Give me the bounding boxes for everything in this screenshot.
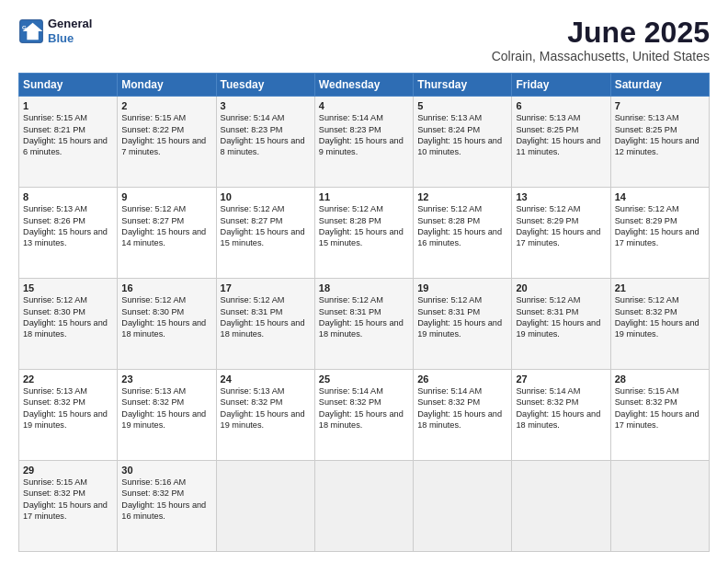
calendar-cell: 9Sunrise: 5:12 AMSunset: 8:27 PMDaylight…: [118, 188, 216, 279]
calendar-cell: 15Sunrise: 5:12 AMSunset: 8:30 PMDayligh…: [19, 279, 118, 370]
logo-line2: Blue: [48, 31, 92, 46]
calendar-cell: 26Sunrise: 5:14 AMSunset: 8:32 PMDayligh…: [414, 370, 512, 461]
cell-text: Sunrise: 5:15 AMSunset: 8:32 PMDaylight:…: [23, 477, 108, 521]
cell-text: Sunrise: 5:12 AMSunset: 8:31 PMDaylight:…: [221, 295, 305, 339]
calendar-week-4: 22Sunrise: 5:13 AMSunset: 8:32 PMDayligh…: [19, 370, 710, 461]
col-sunday: Sunday: [19, 74, 118, 97]
calendar-cell: 8Sunrise: 5:13 AMSunset: 8:26 PMDaylight…: [19, 188, 118, 279]
cell-text: Sunrise: 5:12 AMSunset: 8:29 PMDaylight:…: [516, 204, 600, 247]
calendar-cell: 13Sunrise: 5:12 AMSunset: 8:29 PMDayligh…: [512, 188, 610, 279]
calendar-cell: 19Sunrise: 5:12 AMSunset: 8:31 PMDayligh…: [414, 279, 512, 370]
cell-text: Sunrise: 5:13 AMSunset: 8:25 PMDaylight:…: [615, 113, 700, 156]
calendar-cell: 25Sunrise: 5:14 AMSunset: 8:32 PMDayligh…: [314, 370, 413, 461]
day-number: 4: [319, 100, 409, 111]
day-number: 27: [516, 373, 606, 385]
day-number: 5: [417, 100, 507, 111]
cell-text: Sunrise: 5:14 AMSunset: 8:23 PMDaylight:…: [319, 113, 404, 156]
svg-text:G: G: [22, 24, 27, 30]
cell-text: Sunrise: 5:12 AMSunset: 8:31 PMDaylight:…: [417, 295, 502, 339]
calendar-cell: [414, 461, 512, 552]
cell-text: Sunrise: 5:15 AMSunset: 8:22 PMDaylight:…: [121, 113, 206, 156]
logo-text: General Blue: [48, 17, 92, 45]
day-number: 8: [23, 191, 113, 202]
title-area: June 2025 Colrain, Massachusetts, United…: [492, 17, 710, 63]
calendar-cell: 24Sunrise: 5:13 AMSunset: 8:32 PMDayligh…: [216, 370, 314, 461]
day-number: 7: [615, 100, 705, 111]
cell-text: Sunrise: 5:12 AMSunset: 8:29 PMDaylight:…: [615, 204, 700, 247]
calendar-cell: 4Sunrise: 5:14 AMSunset: 8:23 PMDaylight…: [314, 97, 413, 188]
col-saturday: Saturday: [610, 74, 709, 97]
cell-text: Sunrise: 5:12 AMSunset: 8:32 PMDaylight:…: [615, 295, 700, 339]
calendar-cell: 29Sunrise: 5:15 AMSunset: 8:32 PMDayligh…: [19, 461, 118, 552]
cell-text: Sunrise: 5:12 AMSunset: 8:31 PMDaylight:…: [516, 295, 600, 339]
cell-text: Sunrise: 5:12 AMSunset: 8:28 PMDaylight:…: [319, 204, 404, 247]
subtitle: Colrain, Massachusetts, United States: [492, 49, 710, 63]
cell-text: Sunrise: 5:15 AMSunset: 8:21 PMDaylight:…: [23, 113, 108, 156]
calendar-cell: 22Sunrise: 5:13 AMSunset: 8:32 PMDayligh…: [19, 370, 118, 461]
day-number: 18: [319, 282, 409, 293]
day-number: 15: [23, 282, 113, 293]
calendar-cell: 16Sunrise: 5:12 AMSunset: 8:30 PMDayligh…: [118, 279, 216, 370]
day-number: 14: [615, 191, 705, 202]
col-wednesday: Wednesday: [314, 74, 413, 97]
day-number: 25: [319, 373, 409, 385]
calendar-cell: 18Sunrise: 5:12 AMSunset: 8:31 PMDayligh…: [314, 279, 413, 370]
col-tuesday: Tuesday: [216, 74, 314, 97]
day-number: 26: [417, 373, 507, 385]
calendar: Sunday Monday Tuesday Wednesday Thursday…: [18, 73, 710, 552]
logo-icon: G: [18, 18, 44, 44]
calendar-cell: 30Sunrise: 5:16 AMSunset: 8:32 PMDayligh…: [118, 461, 216, 552]
cell-text: Sunrise: 5:13 AMSunset: 8:25 PMDaylight:…: [516, 113, 600, 156]
day-number: 24: [221, 373, 311, 385]
calendar-cell: 27Sunrise: 5:14 AMSunset: 8:32 PMDayligh…: [512, 370, 610, 461]
main-title: June 2025: [492, 17, 710, 49]
calendar-cell: 5Sunrise: 5:13 AMSunset: 8:24 PMDaylight…: [414, 97, 512, 188]
cell-text: Sunrise: 5:13 AMSunset: 8:32 PMDaylight:…: [221, 386, 305, 430]
col-thursday: Thursday: [414, 74, 512, 97]
cell-text: Sunrise: 5:13 AMSunset: 8:26 PMDaylight:…: [23, 204, 108, 247]
day-number: 3: [221, 100, 311, 111]
calendar-cell: 2Sunrise: 5:15 AMSunset: 8:22 PMDaylight…: [118, 97, 216, 188]
day-number: 21: [615, 282, 705, 293]
day-number: 6: [516, 100, 606, 111]
calendar-cell: [216, 461, 314, 552]
calendar-header-row: Sunday Monday Tuesday Wednesday Thursday…: [19, 74, 710, 97]
day-number: 23: [121, 373, 211, 385]
calendar-cell: 1Sunrise: 5:15 AMSunset: 8:21 PMDaylight…: [19, 97, 118, 188]
calendar-cell: [314, 461, 413, 552]
calendar-week-3: 15Sunrise: 5:12 AMSunset: 8:30 PMDayligh…: [19, 279, 710, 370]
cell-text: Sunrise: 5:12 AMSunset: 8:30 PMDaylight:…: [121, 295, 206, 339]
day-number: 30: [121, 465, 211, 476]
col-monday: Monday: [118, 74, 216, 97]
calendar-week-5: 29Sunrise: 5:15 AMSunset: 8:32 PMDayligh…: [19, 461, 710, 552]
cell-text: Sunrise: 5:14 AMSunset: 8:32 PMDaylight:…: [417, 386, 502, 430]
calendar-cell: 12Sunrise: 5:12 AMSunset: 8:28 PMDayligh…: [414, 188, 512, 279]
calendar-cell: 28Sunrise: 5:15 AMSunset: 8:32 PMDayligh…: [610, 370, 709, 461]
day-number: 22: [23, 373, 113, 385]
day-number: 12: [417, 191, 507, 202]
cell-text: Sunrise: 5:12 AMSunset: 8:27 PMDaylight:…: [121, 204, 206, 247]
day-number: 17: [221, 282, 311, 293]
calendar-cell: 23Sunrise: 5:13 AMSunset: 8:32 PMDayligh…: [118, 370, 216, 461]
calendar-cell: [512, 461, 610, 552]
cell-text: Sunrise: 5:12 AMSunset: 8:27 PMDaylight:…: [221, 204, 305, 247]
calendar-cell: 21Sunrise: 5:12 AMSunset: 8:32 PMDayligh…: [610, 279, 709, 370]
day-number: 19: [417, 282, 507, 293]
calendar-cell: 3Sunrise: 5:14 AMSunset: 8:23 PMDaylight…: [216, 97, 314, 188]
day-number: 29: [23, 465, 113, 476]
calendar-cell: 10Sunrise: 5:12 AMSunset: 8:27 PMDayligh…: [216, 188, 314, 279]
calendar-cell: 17Sunrise: 5:12 AMSunset: 8:31 PMDayligh…: [216, 279, 314, 370]
calendar-week-2: 8Sunrise: 5:13 AMSunset: 8:26 PMDaylight…: [19, 188, 710, 279]
cell-text: Sunrise: 5:12 AMSunset: 8:28 PMDaylight:…: [417, 204, 502, 247]
cell-text: Sunrise: 5:13 AMSunset: 8:24 PMDaylight:…: [417, 113, 502, 156]
day-number: 1: [23, 100, 113, 111]
logo: G General Blue: [18, 17, 92, 45]
calendar-cell: [610, 461, 709, 552]
day-number: 9: [121, 191, 211, 202]
day-number: 2: [121, 100, 211, 111]
calendar-cell: 7Sunrise: 5:13 AMSunset: 8:25 PMDaylight…: [610, 97, 709, 188]
cell-text: Sunrise: 5:15 AMSunset: 8:32 PMDaylight:…: [615, 386, 700, 430]
cell-text: Sunrise: 5:14 AMSunset: 8:32 PMDaylight:…: [516, 386, 600, 430]
col-friday: Friday: [512, 74, 610, 97]
cell-text: Sunrise: 5:12 AMSunset: 8:31 PMDaylight:…: [319, 295, 404, 339]
